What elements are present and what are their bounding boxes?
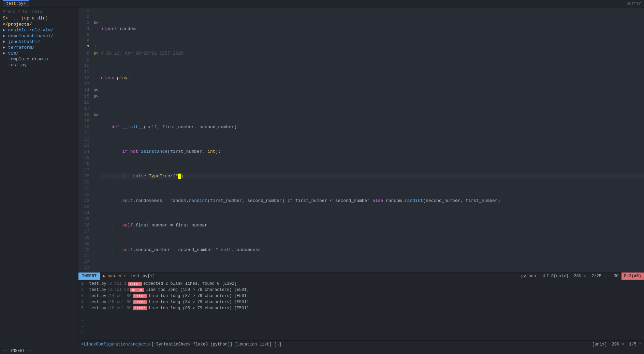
tilde-4: ~	[78, 330, 644, 336]
top-bar-right: buffer	[627, 1, 641, 6]
code-editor[interactable]: 1 2 3 4 5 6 7 8 9 10 11 12 13 14 15 16 1…	[78, 8, 644, 272]
bottom-unix: [unix]	[592, 342, 607, 347]
error-loc-1: |3 col 1	[107, 281, 127, 286]
bottom-path: <LinuxConfiguration/projects	[81, 342, 150, 347]
gutter-1	[92, 8, 100, 14]
error-row-1[interactable]: 1 test.py |3 col 1 error expected 2 blan…	[78, 281, 644, 287]
status-encoding: utf-8[unix]	[539, 274, 571, 279]
code-line-5: def __init__(self, first_number, second_…	[101, 124, 644, 130]
line-num-6: 6	[78, 38, 89, 44]
gutter-9	[92, 57, 100, 63]
gutter-5	[92, 32, 100, 38]
error-badge-4: error	[133, 300, 147, 304]
status-pct: 28% ≡	[571, 274, 589, 279]
sidebar-item-projects[interactable]: </projects/	[0, 21, 78, 27]
gutter: S> ! S> S> S> S>	[92, 8, 100, 272]
error-msg-5: line too long (85 > 79 characters) [E501…	[148, 306, 249, 311]
code-line-2: # So 12. Apr 00:28:01 CEST 2020	[101, 50, 644, 57]
code-line-9: │ self.first_number = first_number	[101, 222, 644, 228]
error-row-2[interactable]: 2 test.py |8 col 80 error line too long …	[78, 287, 644, 293]
error-badge-5: error	[133, 306, 147, 310]
gutter-15: S>	[92, 93, 100, 100]
code-line-7: │ │ raise TypeError(" )	[101, 173, 644, 179]
line-num-14: 14	[78, 87, 89, 93]
status-lang: python	[518, 274, 539, 279]
top-bar: test.py+ buffer	[0, 0, 644, 8]
main-area: Press ? for help S> .. (up a dir) </proj…	[0, 8, 644, 348]
sidebar-item-terraform[interactable]: ► terraform/	[0, 45, 78, 50]
error-row-3[interactable]: 3 test.py |14 col 80 error line too long…	[78, 293, 644, 299]
line-num-18: 18	[78, 112, 89, 118]
error-loc-2: |8 col 80	[107, 287, 129, 292]
line-num-19: 19	[78, 118, 89, 124]
gutter-21	[92, 130, 100, 136]
line-num-17: 17	[78, 106, 89, 112]
gutter-16	[92, 100, 100, 106]
master-label: ▶ master	[103, 274, 122, 279]
status-right: python utf-8[unix] 28% ≡ 7/25 | : 30 E:3…	[518, 272, 644, 280]
bottom-pct: 20% ≡	[609, 342, 626, 347]
error-msg-1: expected 2 blank lines, found 0 [E302]	[143, 281, 237, 286]
error-row-4[interactable]: 4 test.py |15 col 80 error line too long…	[78, 299, 644, 305]
tilde-1: ~	[78, 311, 644, 318]
bottom-right: [unix] 20% ≡ 1/5 ↑	[592, 342, 641, 347]
line-num-2: 2	[78, 14, 89, 20]
status-errors: E:3(#5)	[621, 272, 644, 280]
gutter-7: !	[92, 44, 100, 50]
status-bar: INSERT ▶ master ⚡ test.py[+] python utf-…	[78, 272, 644, 280]
sidebar-item-template[interactable]: template.drawio	[0, 56, 78, 62]
sidebar-item-jobchibashi[interactable]: ► jobchibashi/	[0, 39, 78, 45]
error-file-4: test.py	[87, 300, 106, 305]
code-content[interactable]: import random # So 12. Apr 00:28:01 CEST…	[100, 8, 644, 272]
gutter-4	[92, 26, 100, 32]
code-line-3: class play:	[101, 75, 644, 81]
code-line-1: import random	[101, 26, 644, 32]
sidebar-item-ansible[interactable]: ► ansible-role-vim/	[0, 27, 78, 33]
line-num-21: 21	[78, 130, 89, 136]
line-num-25: 25	[78, 155, 89, 161]
gutter-6	[92, 38, 100, 44]
error-loc-3: |14 col 80	[107, 294, 132, 298]
line-num-12: 12	[78, 75, 89, 81]
line-num-20: 20	[78, 124, 89, 130]
error-file-1: test.py	[87, 281, 106, 286]
code-line-4	[101, 100, 644, 106]
line-num-10: 10	[78, 63, 89, 69]
status-branch: ▶ master ⚡	[100, 274, 129, 279]
gutter-11	[92, 69, 100, 75]
error-num-3: 3	[81, 294, 87, 298]
bottom-pos: 1/5 ↑	[629, 342, 641, 347]
error-loc-5: |18 col 80	[107, 306, 132, 311]
error-num-5: 5	[81, 306, 87, 311]
line-num-7: 7	[78, 44, 89, 50]
error-list: 1 test.py |3 col 1 error expected 2 blan…	[78, 280, 644, 340]
line-num-23: 23	[78, 143, 89, 149]
gutter-25	[92, 155, 100, 161]
line-num-22: 22	[78, 136, 89, 143]
gutter-10	[92, 63, 100, 69]
sidebar-item-downloadchibashi[interactable]: ► downloadchibashi/	[0, 33, 78, 39]
sidebar: Press ? for help S> .. (up a dir) </proj…	[0, 8, 78, 348]
lightning-icon: ⚡	[124, 274, 126, 279]
sidebar-item-testpy[interactable]: test.py	[0, 62, 78, 68]
code-line-8: │ self.randomness = random.randint(first…	[101, 198, 644, 204]
gutter-13	[92, 81, 100, 87]
gutter-14: S>	[92, 87, 100, 93]
error-msg-4: line too long (84 > 79 characters) [E501…	[148, 300, 249, 305]
bottom-panel: 1 test.py |3 col 1 error expected 2 blan…	[78, 280, 644, 348]
top-bar-tab[interactable]: test.py+	[3, 0, 29, 7]
error-msg-3: line too long (87 > 79 characters) [E501…	[148, 294, 249, 298]
gutter-24	[92, 149, 100, 155]
error-row-5[interactable]: 5 test.py |18 col 80 error line too long…	[78, 305, 644, 311]
status-insert-mode: INSERT	[78, 272, 100, 280]
gutter-23	[92, 143, 100, 149]
line-num-5: 5	[78, 32, 89, 38]
error-file-2: test.py	[87, 287, 106, 292]
sidebar-item-vim[interactable]: ► vim/	[0, 50, 78, 56]
error-num-2: 2	[81, 287, 87, 292]
error-loc-4: |15 col 80	[107, 300, 132, 305]
sidebar-prompt: S> .. (up a dir)	[0, 15, 78, 21]
bottom-status-bar: <LinuxConfiguration/projects [:Syntastic…	[78, 340, 644, 348]
line-num-8: 8	[78, 50, 89, 57]
error-file-3: test.py	[87, 294, 106, 298]
